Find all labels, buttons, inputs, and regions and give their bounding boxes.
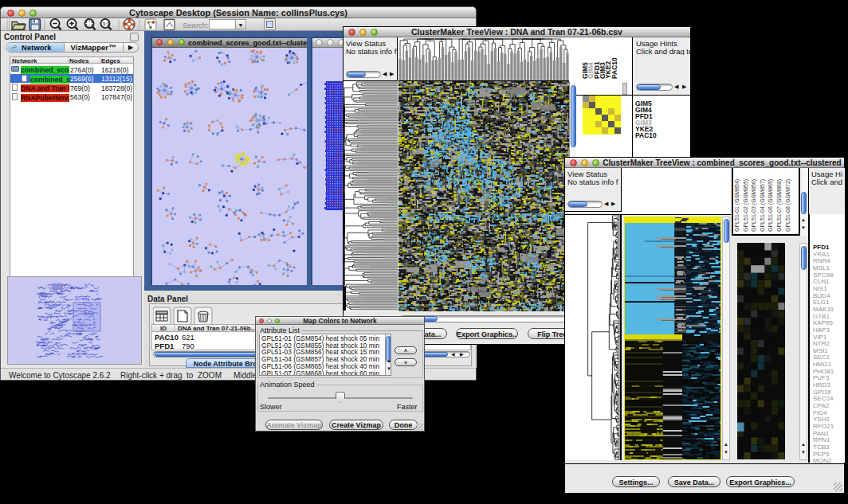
- svg-text:1:1: 1:1: [103, 21, 109, 26]
